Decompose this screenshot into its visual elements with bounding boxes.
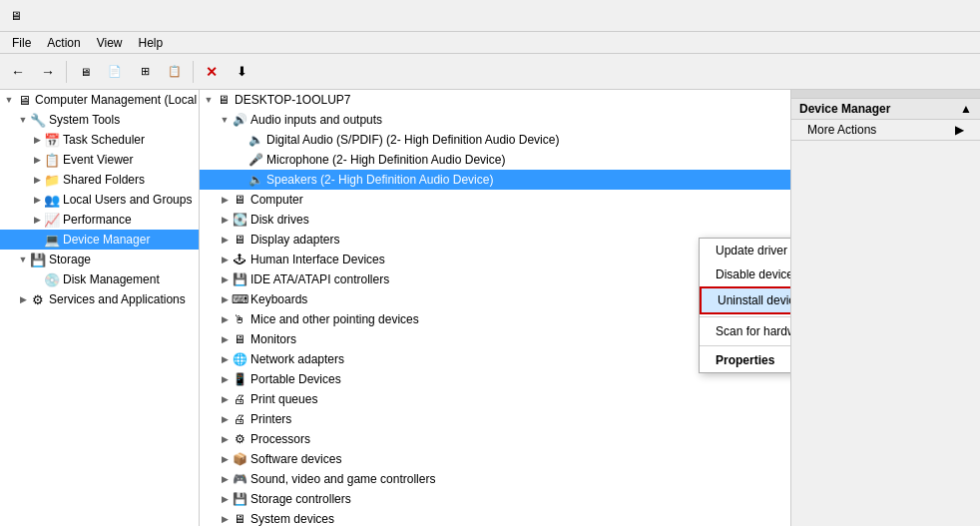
left-tree-item-services[interactable]: ▶⚙Services and Applications: [0, 289, 199, 309]
right-panel-section-label: Device Manager: [799, 102, 890, 116]
dev-item-icon: 🔈: [247, 132, 263, 148]
center-tree-item-software_devices[interactable]: ▶📦Software devices: [200, 449, 790, 469]
minimize-button[interactable]: [830, 0, 876, 32]
left-tree-item-storage[interactable]: ▼💾Storage: [0, 250, 199, 269]
left-tree-item-root[interactable]: ▼🖥Computer Management (Local: [0, 90, 199, 110]
dev-arrow-icon: ▶: [218, 314, 232, 324]
dev-item-icon: 🔊: [232, 112, 247, 128]
tree-arrow-icon: ▶: [30, 135, 44, 145]
menu-help[interactable]: Help: [131, 34, 172, 52]
toolbar-btn-scan[interactable]: ✕: [198, 58, 226, 86]
tree-item-icon: 📋: [44, 152, 60, 168]
dev-item-label: Mice and other pointing devices: [250, 312, 419, 326]
right-panel-section-device-manager[interactable]: Device Manager ▲: [791, 99, 980, 120]
dev-item-icon: 💾: [232, 271, 247, 287]
tree-arrow-icon: ▼: [16, 115, 30, 125]
toolbar-btn-2[interactable]: 📄: [101, 58, 129, 86]
ctx-item-uninstall_device[interactable]: Uninstall device: [700, 286, 790, 314]
dev-item-icon: 🖱: [232, 311, 247, 327]
dev-arrow-icon: ▼: [202, 95, 216, 105]
tree-item-label: Event Viewer: [63, 153, 133, 167]
tree-arrow-icon: ▶: [30, 195, 44, 205]
close-button[interactable]: [926, 0, 972, 32]
center-panel: ▼🖥DESKTOP-1OOLUP7▼🔊Audio inputs and outp…: [200, 90, 790, 526]
tree-arrow-icon: ▶: [30, 155, 44, 165]
dev-item-icon: 💽: [232, 212, 247, 228]
center-tree-item-computer[interactable]: ▶🖥Computer: [200, 190, 790, 210]
forward-button[interactable]: →: [34, 58, 62, 86]
tree-item-icon: 🔧: [30, 112, 46, 128]
menu-action[interactable]: Action: [39, 34, 88, 52]
toolbar-btn-4[interactable]: 📋: [161, 58, 189, 86]
dev-arrow-icon: ▶: [218, 274, 232, 284]
dev-item-label: Human Interface Devices: [250, 253, 385, 266]
dev-arrow-icon: ▶: [218, 235, 232, 245]
ctx-separator-sep2: [700, 345, 790, 346]
left-tree-item-local_users[interactable]: ▶👥Local Users and Groups: [0, 190, 199, 210]
show-hide-button[interactable]: 🖥: [71, 58, 99, 86]
center-tree-item-printers[interactable]: ▶🖨Printers: [200, 409, 790, 429]
back-button[interactable]: ←: [4, 58, 32, 86]
right-panel-more-actions-arrow: ▶: [955, 123, 964, 137]
tree-item-label: Performance: [63, 213, 132, 227]
left-tree-item-performance[interactable]: ▶📈Performance: [0, 210, 199, 230]
window-controls: [830, 0, 972, 32]
left-panel: ▼🖥Computer Management (Local▼🔧System Too…: [0, 90, 200, 526]
dev-item-icon: 🖥: [232, 511, 247, 526]
dev-arrow-icon: ▶: [218, 514, 232, 524]
dev-arrow-icon: ▶: [218, 255, 232, 264]
ctx-item-update_driver[interactable]: Update driver: [700, 239, 790, 263]
tree-item-label: Shared Folders: [63, 173, 145, 187]
center-tree-item-system_devices[interactable]: ▶🖥System devices: [200, 509, 790, 526]
center-tree-item-speakers[interactable]: 🔈Speakers (2- High Definition Audio Devi…: [200, 170, 790, 190]
center-tree-item-audio_inputs[interactable]: ▼🔊Audio inputs and outputs: [200, 110, 790, 130]
dev-item-label: Software devices: [250, 452, 341, 466]
left-tree-item-system_tools[interactable]: ▼🔧System Tools: [0, 110, 199, 130]
center-tree-item-print_queues[interactable]: ▶🖨Print queues: [200, 389, 790, 409]
dev-item-label: Storage controllers: [250, 492, 351, 506]
toolbar-separator-2: [193, 61, 194, 83]
left-tree-item-task_scheduler[interactable]: ▶📅Task Scheduler: [0, 130, 199, 150]
tree-arrow-icon: ▶: [30, 175, 44, 185]
center-tree-item-digital_audio[interactable]: 🔈Digital Audio (S/PDIF) (2- High Definit…: [200, 130, 790, 150]
dev-item-label: Network adapters: [250, 352, 344, 366]
toolbar-btn-3[interactable]: ⊞: [131, 58, 159, 86]
dev-item-icon: 📦: [232, 451, 247, 467]
tree-item-icon: 👥: [44, 192, 60, 208]
menu-file[interactable]: File: [4, 34, 39, 52]
center-tree-item-sound_video[interactable]: ▶🎮Sound, video and game controllers: [200, 469, 790, 489]
tree-item-icon: ⚙: [30, 291, 46, 307]
dev-item-icon: 🌐: [232, 351, 247, 367]
left-tree-item-shared_folders[interactable]: ▶📁Shared Folders: [0, 170, 199, 190]
center-tree-item-disk_drives[interactable]: ▶💽Disk drives: [200, 210, 790, 230]
left-tree-item-disk_management[interactable]: 💿Disk Management: [0, 269, 199, 289]
dev-item-icon: 🖥: [232, 331, 247, 347]
dev-arrow-icon: ▶: [218, 215, 232, 225]
right-panel-item-more-actions[interactable]: More Actions ▶: [791, 120, 980, 141]
watermark: [782, 90, 790, 94]
dev-item-icon: 🖥: [232, 232, 247, 248]
center-tree-item-microphone[interactable]: 🎤Microphone (2- High Definition Audio De…: [200, 150, 790, 170]
dev-item-label: IDE ATA/ATAPI controllers: [250, 272, 389, 286]
center-tree-item-processors[interactable]: ▶⚙Processors: [200, 429, 790, 449]
tree-item-label: Local Users and Groups: [63, 193, 192, 207]
ctx-item-scan_hardware[interactable]: Scan for hardware changes: [700, 319, 790, 343]
dev-arrow-icon: ▶: [218, 294, 232, 304]
left-tree-item-event_viewer[interactable]: ▶📋Event Viewer: [0, 150, 199, 170]
maximize-button[interactable]: [878, 0, 924, 32]
dev-item-icon: 🎮: [232, 471, 247, 487]
tree-item-label: Computer Management (Local: [35, 93, 197, 107]
menu-view[interactable]: View: [89, 34, 131, 52]
toolbar-btn-refresh[interactable]: ⬇: [228, 58, 255, 86]
ctx-item-disable_device[interactable]: Disable device: [700, 263, 790, 286]
center-tree-item-desktop[interactable]: ▼🖥DESKTOP-1OOLUP7: [200, 90, 790, 110]
dev-item-icon: ⌨: [232, 291, 247, 307]
dev-arrow-icon: ▶: [218, 334, 232, 344]
dev-item-icon: 🕹: [232, 252, 247, 267]
main-layout: ▼🖥Computer Management (Local▼🔧System Too…: [0, 90, 980, 526]
ctx-item-properties[interactable]: Properties: [700, 348, 790, 372]
center-tree-item-storage_ctrl[interactable]: ▶💾Storage controllers: [200, 489, 790, 509]
toolbar-separator-1: [66, 61, 67, 83]
left-tree-item-device_manager[interactable]: 💻Device Manager: [0, 230, 199, 250]
tree-arrow-icon: ▼: [2, 95, 16, 105]
